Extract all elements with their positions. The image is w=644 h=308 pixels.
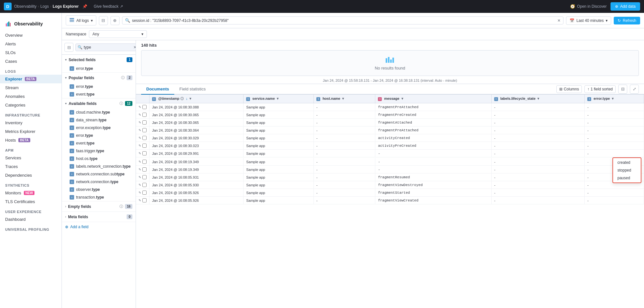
field-item-error-type-selected[interactable]: i error.type	[62, 65, 136, 72]
row-expand-icon[interactable]: ✎	[139, 199, 141, 202]
dropdown-item-stopped[interactable]: stopped	[613, 166, 641, 174]
row-expand-icon[interactable]: ✎	[139, 128, 141, 132]
col-expand-icon[interactable]: ▾	[276, 97, 280, 100]
search-clear-button[interactable]: ✕	[557, 18, 561, 23]
row-expand-icon[interactable]: ✎	[139, 168, 141, 171]
sidebar-item-slos[interactable]: SLOs	[0, 48, 62, 57]
refresh-button[interactable]: ↻ Refresh	[614, 17, 640, 24]
open-discover-button[interactable]: 🧭 Open in Discover	[570, 4, 607, 9]
sidebar-item-tls-certs[interactable]: TLS Certificates	[0, 197, 62, 206]
sidebar-item-categories[interactable]: Categories	[0, 101, 62, 109]
popular-fields-header[interactable]: ▾ Popular fields ⓘ 2	[62, 73, 136, 83]
field-item-error-type-popular[interactable]: i error.type	[62, 83, 136, 90]
selected-fields-header[interactable]: ▾ Selected fields 1	[62, 55, 136, 65]
field-item-error-type-avail[interactable]: ierror.type	[62, 132, 136, 139]
field-item-network-subtype[interactable]: inetwork.connection.subtype	[62, 170, 136, 178]
all-logs-button[interactable]: All logs ▾	[66, 15, 96, 25]
field-item-cloud-machine-type[interactable]: icloud.machine.type	[62, 108, 136, 116]
header-error-type[interactable]: t error.type ▾	[585, 95, 644, 103]
field-item-data-stream-type[interactable]: idata_stream.type	[62, 116, 136, 124]
sidebar-item-monitors[interactable]: Monitors NEW	[0, 189, 62, 197]
dropdown-item-paused[interactable]: paused	[613, 174, 641, 182]
sidebar-item-metrics-explorer[interactable]: Metrics Explorer	[0, 127, 62, 136]
namespace-select[interactable]: Any ▾	[89, 30, 147, 38]
tab-field-statistics[interactable]: Field statistics	[174, 84, 211, 95]
sidebar-item-dependencies[interactable]: Dependencies	[0, 171, 62, 180]
field-item-network-type[interactable]: inetwork.connection.type	[62, 178, 136, 186]
col-expand-icon[interactable]: ▾	[611, 97, 615, 100]
header-lifecycle-state[interactable]: t labels.lifecycle_state ▾	[491, 95, 584, 103]
field-item-host-os-type[interactable]: ihost.os.type	[62, 155, 136, 163]
sidebar-item-traces[interactable]: Traces	[0, 162, 62, 171]
header-host-name[interactable]: t host.name ▾	[314, 95, 375, 103]
fullscreen-button[interactable]: ⤢	[630, 85, 639, 94]
search-input[interactable]	[132, 18, 556, 23]
row-expand-icon[interactable]: ✎	[139, 136, 141, 140]
field-item-event-type-popular[interactable]: i event.type	[62, 90, 136, 98]
row-checkbox[interactable]	[142, 144, 147, 148]
row-expand-icon[interactable]: ✎	[139, 191, 141, 194]
meta-fields-header[interactable]: › Meta fields 0	[62, 212, 136, 222]
field-search-input[interactable]	[84, 45, 132, 50]
add-filter-button[interactable]: ⊕	[111, 16, 120, 25]
sidebar-item-dashboard[interactable]: Dashboard	[0, 215, 62, 224]
field-item-error-exception-type[interactable]: ierror.exception.type	[62, 124, 136, 132]
row-expand-icon[interactable]: ✎	[139, 152, 141, 155]
field-browser-collapse-button[interactable]: ⊟	[64, 43, 73, 52]
col-expand-icon[interactable]: ▾	[400, 97, 404, 100]
sidebar-item-overview[interactable]: Overview	[0, 31, 62, 40]
field-item-observer-type[interactable]: iobserver.type	[62, 186, 136, 193]
row-checkbox[interactable]	[142, 160, 147, 164]
row-checkbox[interactable]	[142, 113, 147, 117]
tab-documents[interactable]: Documents	[141, 84, 174, 95]
field-item-labels-network-type[interactable]: ilabels.network_connection.type	[62, 163, 136, 170]
sidebar-item-cases[interactable]: Cases	[0, 57, 62, 66]
sidebar-item-alerts[interactable]: Alerts	[0, 40, 62, 48]
row-checkbox[interactable]	[142, 136, 147, 140]
sorted-button[interactable]: ↑ 1 field sorted	[584, 85, 616, 93]
row-checkbox[interactable]	[142, 151, 147, 155]
sidebar-item-hosts[interactable]: Hosts BETA	[0, 136, 62, 145]
dropdown-item-created[interactable]: created	[613, 159, 641, 166]
breadcrumb-observability[interactable]: Observability	[14, 4, 36, 9]
breadcrumb-logs[interactable]: Logs	[40, 4, 49, 9]
add-data-button[interactable]: ⊕ Add data	[610, 2, 640, 11]
row-checkbox[interactable]	[142, 167, 147, 172]
header-timestamp[interactable]: t @timestamp ⓘ ↓ ▾	[149, 95, 244, 103]
sidebar-item-anomalies[interactable]: Anomalies	[0, 92, 62, 101]
sidebar-item-explorer[interactable]: Explorer BETA	[0, 75, 62, 83]
field-item-transaction-type[interactable]: itransaction.type	[62, 193, 136, 201]
row-expand-icon[interactable]: ✎	[139, 160, 141, 163]
filter-button[interactable]: ⊟	[99, 16, 108, 25]
row-expand-icon[interactable]: ✎	[139, 144, 141, 147]
col-expand-icon[interactable]: ▾	[188, 97, 192, 100]
col-expand-icon[interactable]: ▾	[536, 97, 540, 100]
add-field-button[interactable]: ⊕ Add a field	[62, 222, 136, 232]
row-expand-icon[interactable]: ✎	[139, 105, 141, 109]
row-checkbox[interactable]	[142, 191, 147, 195]
row-checkbox[interactable]	[142, 175, 147, 179]
available-fields-header[interactable]: ▾ Available fields ⓘ 12	[62, 98, 136, 108]
empty-fields-header[interactable]: › Empty fields ⓘ 16	[62, 201, 136, 211]
row-expand-icon[interactable]: ✎	[139, 183, 141, 187]
feedback-link[interactable]: Give feedback ↗	[94, 4, 123, 9]
breadcrumb-logs-explorer[interactable]: Logs Explorer	[53, 4, 79, 9]
row-checkbox[interactable]	[142, 128, 147, 132]
row-expand-icon[interactable]: ✎	[139, 175, 141, 179]
field-item-event-type-avail[interactable]: ievent.type	[62, 139, 136, 147]
row-expand-icon[interactable]: ✎	[139, 113, 141, 117]
field-search-clear[interactable]: ✕	[133, 45, 136, 50]
display-settings-button[interactable]: ⊟	[618, 85, 627, 94]
row-checkbox[interactable]	[142, 120, 147, 125]
row-checkbox[interactable]	[142, 198, 147, 202]
row-checkbox[interactable]	[142, 105, 147, 109]
app-logo[interactable]: D	[4, 3, 12, 10]
header-service-name[interactable]: t service.name ▾	[244, 95, 314, 103]
sidebar-item-inventory[interactable]: Inventory	[0, 118, 62, 127]
columns-button[interactable]: ⊞ Columns	[556, 85, 582, 93]
time-picker-button[interactable]: 📅 Last 40 minutes ▾	[566, 16, 611, 25]
row-expand-icon[interactable]: ✎	[139, 121, 141, 124]
sidebar-item-stream[interactable]: Stream	[0, 83, 62, 92]
sidebar-item-services[interactable]: Services	[0, 154, 62, 162]
row-checkbox[interactable]	[142, 183, 147, 187]
